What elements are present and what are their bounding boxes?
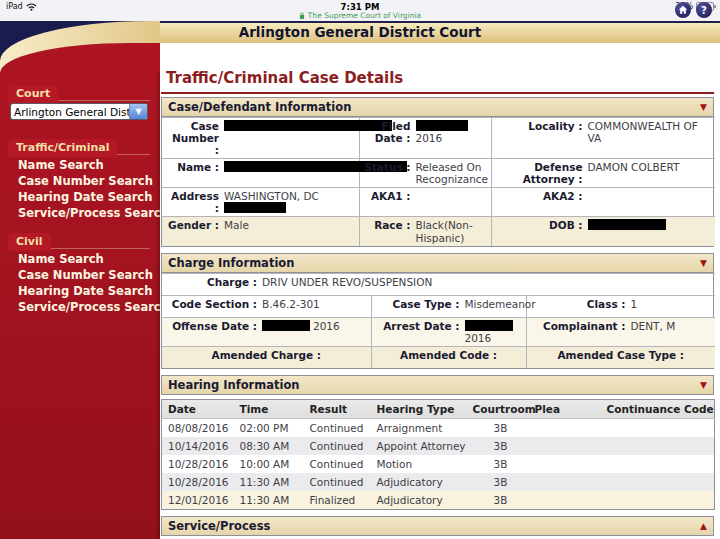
- table-cell: Complainant :DENT, M: [526, 317, 715, 346]
- page-title: Traffic/Criminal Case Details: [166, 69, 714, 87]
- field-value: 2016: [262, 320, 340, 332]
- table-cell: Amended Charge :: [162, 346, 371, 368]
- table-cell: Defense Attorney :DAMON COLBERT: [491, 159, 715, 188]
- help-button[interactable]: ?: [696, 2, 712, 18]
- service-process-header[interactable]: Service/Process ▲: [161, 516, 714, 536]
- table-row: Offense Date :2016Arrest Date :2016Compl…: [162, 317, 715, 346]
- court-select-value: Arlington General District Court: [11, 104, 129, 119]
- sidebar-links: Name SearchCase Number SearchHearing Dat…: [18, 158, 169, 222]
- court-tab[interactable]: Court: [8, 85, 58, 103]
- field-label: Status :: [363, 161, 416, 173]
- column-header: Continuance Code: [601, 399, 715, 418]
- field-label: Complainant :: [530, 320, 631, 332]
- case-info-title: Case/Defendant Information: [168, 100, 351, 114]
- table-row: Code Section :B.46.2-301Case Type :Misde…: [162, 295, 715, 317]
- hearing-row: 08/08/201602:00 PMContinuedArraignment3B: [162, 418, 715, 437]
- field-label: Code Section :: [165, 298, 262, 310]
- service-process-section: Service/Process ▲: [161, 516, 714, 536]
- field-value: DAMON COLBERT: [588, 161, 680, 173]
- field-label: Class :: [530, 298, 631, 310]
- hearing-row: 12/01/201611:30 AMFinalizedAdjudicatory3…: [162, 491, 715, 510]
- chevron-down-icon: ▼: [129, 104, 147, 119]
- home-icon: [678, 5, 688, 15]
- collapse-triangle-icon[interactable]: ▼: [700, 380, 707, 390]
- screen: iPad 7:31 PM 36% The Supreme Court of Vi…: [0, 0, 720, 539]
- table-row: Address :WASHINGTON, DC AKA1 :AKA2 :: [162, 188, 715, 217]
- sidebar-item-hearing-date-search[interactable]: Hearing Date Search: [18, 284, 169, 300]
- hearing-cell: 3B: [467, 437, 529, 455]
- hearing-cell: Finalized: [304, 491, 371, 510]
- charge-info-header[interactable]: Charge Information ▼: [162, 254, 713, 273]
- field-value: WASHINGTON, DC: [224, 190, 356, 214]
- table-cell: AKA2 :: [491, 188, 715, 217]
- column-header: Courtroom: [467, 399, 529, 418]
- hearing-cell: 11:30 AM: [234, 473, 304, 491]
- field-label: Address :: [165, 190, 224, 214]
- table-cell: Amended Case Type :: [526, 346, 715, 368]
- sidebar-links: Name SearchCase Number SearchHearing Dat…: [18, 252, 169, 316]
- title-rule: [161, 92, 714, 94]
- hearing-cell: [601, 491, 715, 510]
- sidebar-item-service-process-search[interactable]: Service/Process Search: [18, 300, 169, 316]
- hearing-cell: 02:00 PM: [234, 418, 304, 437]
- service-process-title: Service/Process: [168, 519, 270, 533]
- collapse-triangle-icon[interactable]: ▲: [700, 521, 707, 531]
- collapse-triangle-icon[interactable]: ▼: [700, 102, 707, 112]
- lock-icon: [299, 12, 305, 20]
- site-banner: The Supreme Court of Virginia: [0, 11, 720, 20]
- field-label: AKA2 :: [495, 190, 588, 202]
- hearing-cell: 08:30 AM: [234, 437, 304, 455]
- sidebar-item-name-search[interactable]: Name Search: [18, 158, 169, 174]
- field-value: 2016: [416, 120, 488, 144]
- hearing-header-row: DateTimeResultHearing TypeCourtroomPleaC…: [162, 399, 715, 418]
- main-panel: Traffic/Criminal Case Details Case/Defen…: [160, 43, 720, 539]
- case-info-section: Case/Defendant Information ▼ Case Number…: [161, 97, 714, 247]
- table-cell: Case Number :: [162, 118, 359, 159]
- hearing-cell: Appoint Attorney: [371, 437, 467, 455]
- hearing-cell: [601, 418, 715, 437]
- status-bar: iPad 7:31 PM 36% The Supreme Court of Vi…: [0, 0, 720, 21]
- hearing-cell: [601, 455, 715, 473]
- hearing-cell: [529, 473, 601, 491]
- sidebar-item-case-number-search[interactable]: Case Number Search: [18, 174, 169, 190]
- home-button[interactable]: [675, 2, 691, 18]
- sidebar-tab-traffic-criminal[interactable]: Traffic/Criminal: [8, 139, 117, 157]
- redaction-bar: [416, 120, 468, 131]
- table-cell: Charge :DRIV UNDER REVO/SUSPENSION: [162, 273, 715, 295]
- site-name: The Supreme Court of Virginia: [308, 11, 421, 20]
- table-row: Charge :DRIV UNDER REVO/SUSPENSION: [162, 273, 715, 295]
- table-cell: Address :WASHINGTON, DC: [162, 188, 359, 217]
- sidebar-item-service-process-search[interactable]: Service/Process Search: [18, 206, 169, 222]
- sidebar-item-name-search[interactable]: Name Search: [18, 252, 169, 268]
- collapse-triangle-icon[interactable]: ▼: [700, 258, 707, 268]
- field-label: Amended Case Type :: [557, 349, 684, 361]
- hearing-cell: [529, 437, 601, 455]
- hearing-row: 10/28/201611:30 AMContinuedAdjudicatory3…: [162, 473, 715, 491]
- hearing-cell: 3B: [467, 455, 529, 473]
- sidebar-tab-civil[interactable]: Civil: [8, 233, 51, 251]
- hearing-cell: [529, 455, 601, 473]
- hearing-cell: Arraignment: [371, 418, 467, 437]
- sidebar-item-case-number-search[interactable]: Case Number Search: [18, 268, 169, 284]
- hearing-cell: Motion: [371, 455, 467, 473]
- table-cell: Amended Code :: [371, 346, 526, 368]
- hearing-cell: 10:00 AM: [234, 455, 304, 473]
- sidebar-item-hearing-date-search[interactable]: Hearing Date Search: [18, 190, 169, 206]
- field-label: Case Number :: [165, 120, 224, 156]
- hearing-cell: Adjudicatory: [371, 473, 467, 491]
- hearing-cell: [529, 491, 601, 510]
- field-label: Gender :: [165, 219, 224, 231]
- table-cell: Filed Date :2016: [359, 118, 491, 159]
- case-info-header[interactable]: Case/Defendant Information ▼: [162, 98, 713, 117]
- column-header: Date: [162, 399, 234, 418]
- hearing-cell: 12/01/2016: [162, 491, 234, 510]
- hearing-cell: 3B: [467, 418, 529, 437]
- hearing-header[interactable]: Hearing Information ▼: [161, 375, 714, 395]
- hearing-section: Hearing Information ▼ DateTimeResultHear…: [161, 375, 714, 510]
- help-icon: ?: [701, 5, 707, 16]
- field-value: 2016: [465, 320, 523, 344]
- field-value: Black(Non-Hispanic): [416, 219, 488, 243]
- field-label: AKA1 :: [363, 190, 416, 202]
- court-select[interactable]: Arlington General District Court ▼: [10, 103, 148, 120]
- hearing-cell: [601, 437, 715, 455]
